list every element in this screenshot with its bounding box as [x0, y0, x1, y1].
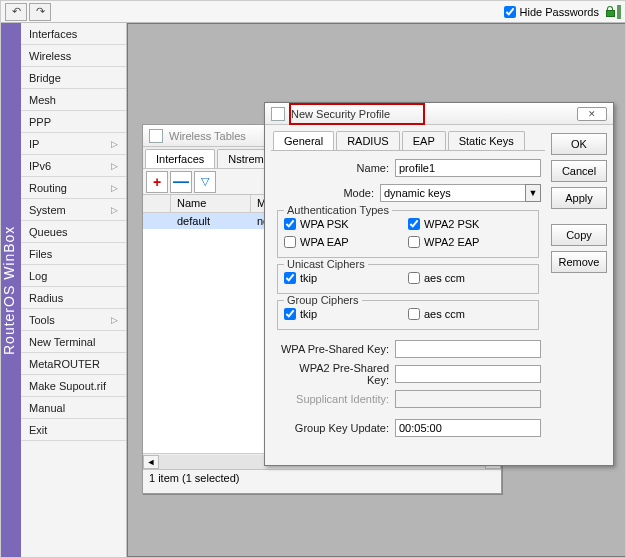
tab-eap[interactable]: EAP [402, 131, 446, 150]
sidebar-item-label: Mesh [29, 89, 56, 111]
cancel-button[interactable]: Cancel [551, 160, 607, 182]
wpa2-psk-label: WPA2 Pre-Shared Key: [275, 362, 395, 386]
sidebar-item-exit[interactable]: Exit [21, 419, 126, 441]
remove-button[interactable]: Remove [551, 251, 607, 273]
sidebar-item-ipv6[interactable]: IPv6▷ [21, 155, 126, 177]
sidebar: InterfacesWirelessBridgeMeshPPPIP▷IPv6▷R… [21, 23, 127, 557]
chevron-right-icon: ▷ [111, 155, 118, 177]
chevron-right-icon: ▷ [111, 309, 118, 331]
mode-label: Mode: [275, 187, 380, 199]
supplicant-input [395, 390, 541, 408]
chevron-down-icon[interactable]: ▼ [525, 184, 541, 202]
sidebar-item-label: Manual [29, 397, 65, 419]
col-name[interactable]: Name [171, 195, 251, 212]
sidebar-item-routing[interactable]: Routing▷ [21, 177, 126, 199]
wpa-psk-input[interactable] [395, 340, 541, 358]
status-bar-icon [617, 5, 621, 19]
ok-button[interactable]: OK [551, 133, 607, 155]
wpa2-psk-check[interactable]: WPA2 PSK [408, 215, 532, 233]
sidebar-item-label: Log [29, 265, 47, 287]
undo-button[interactable]: ↶ [5, 3, 27, 21]
sidebar-item-new-terminal[interactable]: New Terminal [21, 331, 126, 353]
sidebar-item-metarouter[interactable]: MetaROUTER [21, 353, 126, 375]
remove-button[interactable]: — [170, 171, 192, 193]
unicast-ciphers-group: Unicast Ciphers tkip aes ccm [277, 264, 539, 294]
group-ciphers-group: Group Ciphers tkip aes ccm [277, 300, 539, 330]
sidebar-item-radius[interactable]: Radius [21, 287, 126, 309]
sidebar-item-label: Radius [29, 287, 63, 309]
mode-combo[interactable]: ▼ [380, 184, 541, 202]
sidebar-item-ppp[interactable]: PPP [21, 111, 126, 133]
security-profile-dialog: New Security Profile ✕ General RADIUS EA… [264, 102, 614, 466]
unicast-tkip-check[interactable]: tkip [284, 269, 408, 287]
group-aes-check[interactable]: aes ccm [408, 305, 532, 323]
sidebar-item-label: Files [29, 243, 52, 265]
sidebar-item-label: System [29, 199, 66, 221]
hide-passwords-label: Hide Passwords [520, 6, 599, 18]
sidebar-item-label: Make Supout.rif [29, 375, 106, 397]
tab-general[interactable]: General [273, 131, 334, 150]
hide-passwords-checkbox[interactable] [504, 6, 516, 18]
wpa-psk-check[interactable]: WPA PSK [284, 215, 408, 233]
group-tkip-check[interactable]: tkip [284, 305, 408, 323]
unicast-aes-check[interactable]: aes ccm [408, 269, 532, 287]
dialog-buttons: OK Cancel Apply Copy Remove [551, 133, 607, 273]
supplicant-label: Supplicant Identity: [275, 393, 395, 405]
window-icon [149, 129, 163, 143]
sidebar-item-label: Exit [29, 419, 47, 441]
redo-button[interactable]: ↷ [29, 3, 51, 21]
sidebar-item-wireless[interactable]: Wireless [21, 45, 126, 67]
sidebar-item-label: New Terminal [29, 331, 95, 353]
sidebar-item-tools[interactable]: Tools▷ [21, 309, 126, 331]
wpa2-psk-input[interactable] [395, 365, 541, 383]
sidebar-item-system[interactable]: System▷ [21, 199, 126, 221]
gku-input[interactable] [395, 419, 541, 437]
sidebar-item-queues[interactable]: Queues [21, 221, 126, 243]
filter-button[interactable]: ▽ [194, 171, 216, 193]
apply-button[interactable]: Apply [551, 187, 607, 209]
wpa-psk-label: WPA Pre-Shared Key: [275, 343, 395, 355]
sidebar-item-label: IPv6 [29, 155, 51, 177]
sidebar-item-manual[interactable]: Manual [21, 397, 126, 419]
sidebar-item-log[interactable]: Log [21, 265, 126, 287]
scroll-left-icon[interactable]: ◄ [143, 455, 159, 469]
tab-radius[interactable]: RADIUS [336, 131, 400, 150]
name-input[interactable] [395, 159, 541, 177]
add-button[interactable]: + [146, 171, 168, 193]
sidebar-item-label: Wireless [29, 45, 71, 67]
sidebar-item-label: Queues [29, 221, 68, 243]
sidebar-item-files[interactable]: Files [21, 243, 126, 265]
mode-input[interactable] [380, 184, 525, 202]
copy-button[interactable]: Copy [551, 224, 607, 246]
sidebar-item-label: IP [29, 133, 39, 155]
statusbar: 1 item (1 selected) [143, 469, 501, 487]
tab-interfaces[interactable]: Interfaces [145, 149, 215, 168]
sidebar-item-label: Routing [29, 177, 67, 199]
dialog-tabs: General RADIUS EAP Static Keys [271, 129, 545, 151]
sidebar-item-bridge[interactable]: Bridge [21, 67, 126, 89]
hide-passwords-toggle[interactable]: Hide Passwords [504, 6, 599, 18]
close-icon[interactable]: ✕ [577, 107, 607, 121]
sidebar-item-make-supout-rif[interactable]: Make Supout.rif [21, 375, 126, 397]
gku-label: Group Key Update: [275, 422, 395, 434]
brand-strip: RouterOS WinBox [1, 23, 21, 557]
sidebar-item-label: MetaROUTER [29, 353, 100, 375]
sidebar-item-label: Tools [29, 309, 55, 331]
window-icon [271, 107, 285, 121]
sidebar-item-mesh[interactable]: Mesh [21, 89, 126, 111]
topbar: ↶ ↷ Hide Passwords [1, 1, 625, 23]
name-label: Name: [275, 162, 395, 174]
sidebar-item-ip[interactable]: IP▷ [21, 133, 126, 155]
lock-icon [605, 6, 615, 18]
sidebar-item-label: Interfaces [29, 23, 77, 45]
wpa2-eap-check[interactable]: WPA2 EAP [408, 233, 532, 251]
sidebar-item-interfaces[interactable]: Interfaces [21, 23, 126, 45]
sidebar-item-label: PPP [29, 111, 51, 133]
chevron-right-icon: ▷ [111, 133, 118, 155]
security-profile-title[interactable]: New Security Profile ✕ [265, 103, 613, 125]
workspace: Wireless Tables Interfaces Nstreme Dua +… [127, 23, 625, 557]
sidebar-item-label: Bridge [29, 67, 61, 89]
wpa-eap-check[interactable]: WPA EAP [284, 233, 408, 251]
tab-static-keys[interactable]: Static Keys [448, 131, 525, 150]
chevron-right-icon: ▷ [111, 177, 118, 199]
